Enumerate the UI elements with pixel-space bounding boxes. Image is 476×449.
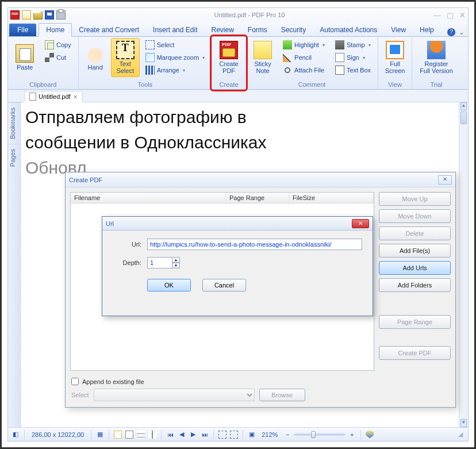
maximize-button[interactable]: ▢ [447,11,454,20]
header-filename[interactable]: Filename [71,193,226,203]
last-page-icon[interactable]: ⏭ [199,429,210,440]
first-page-icon[interactable]: ⏮ [165,429,175,440]
select-existing-file-dropdown[interactable] [94,389,255,401]
browse-button[interactable]: Browse [259,389,305,401]
scroll-up-icon[interactable]: ▲ [460,102,467,110]
status-panel-toggle[interactable]: ◧ [10,429,21,440]
prev-page-icon[interactable]: ◀ [176,429,187,440]
create-pdf-action-button[interactable]: Create PDF [379,346,451,360]
text-box-button[interactable]: Text Box [333,64,373,76]
status-resize-grip[interactable]: ◢ [455,429,466,440]
register-icon [427,41,446,59]
sign-button[interactable]: Sign▾ [333,52,373,63]
group-comment: Sticky Note Highlight▾ Pencil Attach Fil… [246,37,378,89]
document-tab[interactable]: Untitled.pdf ✕ [24,91,83,102]
depth-spin-down[interactable]: ▼ [172,263,180,268]
register-full-version-button[interactable]: Register Full Version [414,38,458,77]
document-tab-close-icon[interactable]: ✕ [73,94,78,100]
text-box-icon [335,66,344,75]
tab-forms[interactable]: Forms [241,24,274,36]
tab-review[interactable]: Review [204,24,240,36]
attach-file-button[interactable]: Attach File [281,64,327,76]
page-layout-continuous-icon[interactable] [136,429,146,440]
create-pdf-dialog-close-icon[interactable]: ✕ [438,175,452,185]
page-layout-facing-icon[interactable] [147,429,158,440]
ribbon: Paste Copy Cut Clipboard Hand Text Selec… [8,37,468,90]
scroll-down-icon[interactable]: ▼ [460,419,467,427]
full-screen-icon [386,41,404,59]
qat-new-icon[interactable] [22,10,31,20]
url-cancel-button[interactable]: Cancel [202,279,246,291]
copy-button[interactable]: Copy [43,39,74,51]
add-files-button[interactable]: Add File(s) [379,244,451,258]
move-up-button[interactable]: Move Up [379,192,451,206]
help-icon[interactable]: ? [447,28,455,36]
ribbon-minimize-icon[interactable]: ⌄ [459,28,465,36]
url-dialog-title: Url [106,220,114,227]
highlight-button[interactable]: Highlight▾ [281,39,327,51]
cut-button[interactable]: Cut [43,52,74,63]
add-folders-button[interactable]: Add Folders [379,278,451,292]
header-pagerange[interactable]: Page Range [226,193,289,203]
zoom-slider[interactable] [294,433,346,436]
url-input[interactable] [147,239,362,250]
depth-spin-up[interactable]: ▲ [172,257,180,263]
add-urls-button[interactable]: Add Urls [379,261,451,275]
zoom-in-icon[interactable]: + [347,429,357,440]
paste-button[interactable]: Paste [10,38,39,77]
next-page-icon[interactable]: ▶ [188,429,198,440]
document-icon [29,93,36,101]
url-dialog-close-icon[interactable]: ✕ [352,219,369,228]
tab-create-convert[interactable]: Create and Convert [72,24,146,36]
sticky-note-button[interactable]: Sticky Note [248,38,277,77]
qat-print-icon[interactable] [56,10,66,20]
tab-automated-actions[interactable]: Automated Actions [313,24,384,36]
move-down-button[interactable]: Move Down [379,209,451,223]
fit-width-icon[interactable] [217,429,228,440]
text-select-button[interactable]: Text Select [111,38,140,77]
qat-save-icon[interactable] [45,10,54,20]
tab-help[interactable]: Help [413,24,441,36]
depth-input[interactable] [147,257,172,268]
document-text-line2: сообщении в Одноклассниках [25,130,463,155]
qat-open-icon[interactable] [33,10,43,20]
url-dialog: Url ✕ Url: Depth: ▲ ▼ OK Cancel [102,216,373,316]
file-list-headers: Filename Page Range FileSize [71,193,374,204]
tab-security[interactable]: Security [274,24,313,36]
marquee-zoom-button[interactable]: Marquee zoom▾ [143,52,207,63]
tab-insert-edit[interactable]: Insert and Edit [146,24,204,36]
arrange-button[interactable]: Arrange▾ [143,64,207,76]
status-generic-icon[interactable]: ▦ [95,429,105,440]
security-shield-icon[interactable] [364,429,375,440]
create-pdf-dialog-title-bar[interactable]: Create PDF ✕ [66,172,455,187]
tab-home[interactable]: Home [39,23,72,37]
vertical-scrollbar[interactable]: ▲ ▼ [459,102,468,427]
hand-tool-button[interactable]: Hand [81,38,110,77]
fit-page-icon[interactable] [229,429,239,440]
tab-view[interactable]: View [384,24,413,36]
zoom-slider-thumb[interactable] [311,431,316,438]
attach-icon [283,66,292,75]
bookmarks-panel-tab[interactable]: Bookmarks [8,102,20,144]
close-button[interactable]: ✕ [459,11,466,20]
append-to-existing-checkbox[interactable] [71,378,79,385]
page-layout-single-icon[interactable] [113,429,123,440]
page-range-button[interactable]: Page Range [379,315,451,329]
actual-size-icon[interactable]: ▣ [247,429,257,440]
minimize-button[interactable]: — [433,11,441,20]
scroll-thumb[interactable] [460,112,467,124]
header-filesize[interactable]: FileSize [289,193,374,203]
page-layout-single2-icon[interactable] [124,429,135,440]
stamp-button[interactable]: Stamp▾ [333,39,373,51]
select-tool-button[interactable]: Select [143,39,207,51]
url-dialog-title-bar[interactable]: Url ✕ [102,217,373,231]
delete-button[interactable]: Delete [379,227,451,240]
full-screen-button[interactable]: Full Screen [381,38,409,77]
file-tab[interactable]: File [9,24,36,36]
pencil-icon [283,53,292,62]
zoom-out-icon[interactable]: − [282,429,293,440]
create-pdf-button[interactable]: Create PDF [214,38,243,77]
pages-panel-tab[interactable]: Pages [8,144,20,171]
pencil-button[interactable]: Pencil [281,52,327,63]
url-ok-button[interactable]: OK [147,279,191,291]
